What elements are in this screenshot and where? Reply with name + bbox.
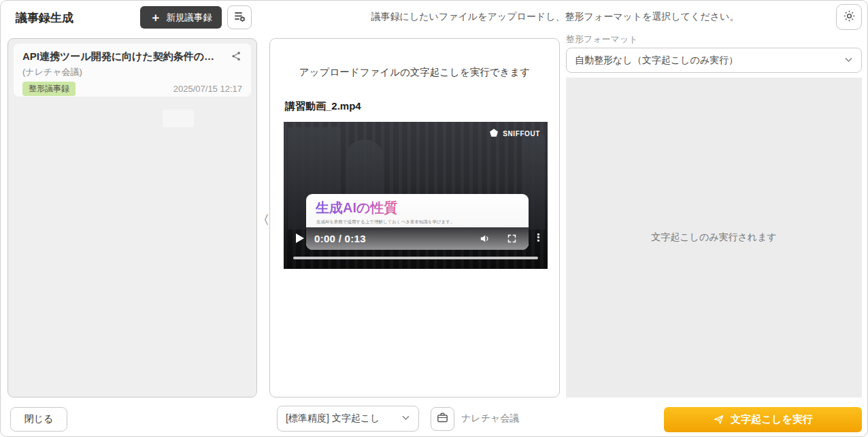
faded-highlight [163, 110, 194, 127]
fullscreen-icon[interactable] [503, 231, 520, 246]
upload-preview-panel: アップロードファイルの文字起こしを実行できます 講習動画_2.mp4 SNIFF… [269, 38, 560, 398]
minutes-generation-window: 議事録生成 ＋ 新規議事録 議事録にしたいファイルをアップロードし、整形フォーマ… [0, 0, 868, 437]
minutes-type-badge: 整形議事録 [22, 82, 76, 96]
format-select-value: 自動整形なし（文字起こしのみ実行） [575, 54, 844, 67]
video-watermark: SNIFFOUT [488, 128, 540, 139]
video-watermark-text: SNIFFOUT [503, 130, 540, 137]
settings-button[interactable] [836, 4, 862, 30]
workspace-button[interactable] [431, 407, 454, 431]
format-panel: 整形フォーマット 自動整形なし（文字起こしのみ実行） 文字起こしのみ実行されます [566, 33, 862, 398]
slide-text: 生成AIを業務で使用する上で理解しておくべき基本知識を学びます。 [316, 219, 529, 225]
volume-icon[interactable] [475, 231, 493, 246]
list-settings-button[interactable] [227, 5, 252, 29]
sniffout-logo-icon [488, 128, 499, 139]
video-menu-icon[interactable]: ⋮ [533, 231, 544, 244]
video-time-display: 0:00 / 0:13 [314, 233, 366, 244]
header-instruction: 議事録にしたいファイルをアップロードし、整形フォーマットを選択してください。 [293, 11, 817, 23]
collapse-panel-handle[interactable]: 〈 [257, 210, 269, 229]
plus-icon: ＋ [150, 12, 161, 23]
video-player[interactable]: SNIFFOUT 生成AIの性質 生成AIを業務で使用する上で理解しておくべき基… [284, 122, 548, 269]
new-minutes-button[interactable]: ＋ 新規議事録 [140, 6, 222, 29]
upload-hint-text: アップロードファイルの文字起こしを実行できます [270, 66, 559, 79]
chevron-down-icon [844, 55, 853, 66]
accuracy-select[interactable]: [標準精度] 文字起こし [277, 406, 419, 432]
format-preview-area: 文字起こしのみ実行されます [566, 78, 862, 398]
format-label: 整形フォーマット [566, 33, 862, 46]
format-select[interactable]: 自動整形なし（文字起こしのみ実行） [566, 48, 862, 73]
video-controls-bar: 0:00 / 0:13 [306, 227, 529, 250]
workspace-name: ナレチャ会議 [461, 412, 519, 425]
share-icon[interactable] [231, 50, 242, 65]
run-transcription-button[interactable]: 文字起こしを実行 [664, 407, 862, 432]
format-notice-text: 文字起こしのみ実行されます [651, 231, 777, 244]
run-button-label: 文字起こしを実行 [731, 413, 813, 426]
minutes-item-timestamp: 2025/07/15 12:17 [173, 84, 242, 94]
minutes-item-title: API連携ツール開発に向けた契約条件の… [22, 50, 227, 63]
minutes-list-panel: API連携ツール開発に向けた契約条件の… (ナレチャ会議) 整形議事録 2025… [7, 38, 257, 398]
chevron-left-icon: 〈 [257, 212, 269, 228]
minutes-item-subtitle: (ナレチャ会議) [22, 66, 242, 78]
close-button[interactable]: 閉じる [10, 407, 67, 432]
slide-title: 生成AIの性質 [316, 199, 397, 217]
briefcase-icon [436, 411, 449, 427]
minutes-list-item[interactable]: API連携ツール開発に向けた契約条件の… (ナレチャ会議) 整形議事録 2025… [14, 44, 251, 97]
play-button[interactable] [296, 233, 304, 243]
chevron-down-icon [401, 413, 410, 424]
gear-icon [842, 9, 856, 26]
new-minutes-button-label: 新規議事録 [166, 12, 212, 24]
accuracy-select-value: [標準精度] 文字起こし [286, 412, 401, 425]
video-slide: 生成AIの性質 生成AIを業務で使用する上で理解しておくべき基本知識を学びます。… [306, 194, 529, 250]
uploaded-file-name: 講習動画_2.mp4 [285, 100, 361, 113]
video-progress-bar[interactable] [293, 257, 538, 259]
list-gear-icon [233, 10, 246, 26]
page-title: 議事録生成 [16, 10, 73, 26]
send-icon [713, 414, 724, 425]
